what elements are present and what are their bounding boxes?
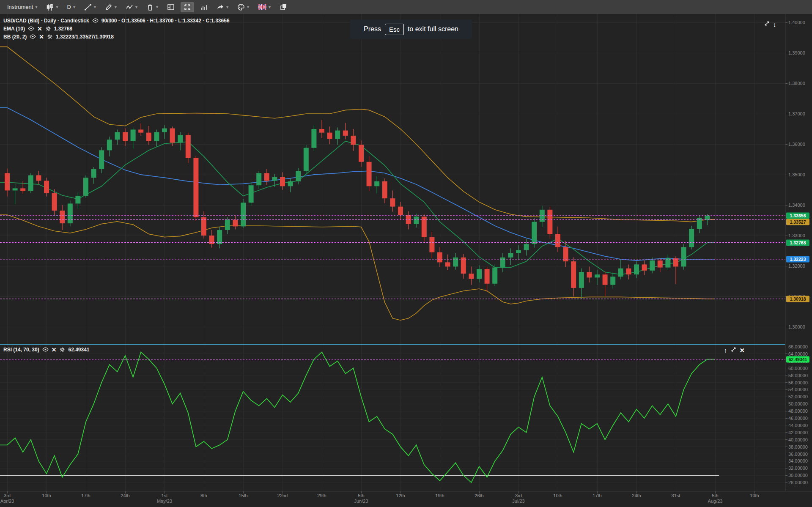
legend-instrument-title: USD/CAD (Bid) - Daily - Candlestick: [3, 18, 89, 24]
bb-lower-line: [0, 215, 715, 320]
fullscreen-toast: Press Esc to exit full screen: [350, 19, 472, 39]
time-axis-label: 19th: [435, 493, 444, 498]
move-pane-up-icon[interactable]: ↑: [724, 347, 727, 354]
instrument-selector-label: Instrument: [7, 4, 33, 10]
trendline-icon: [84, 3, 92, 11]
time-axis-label: 15th: [239, 493, 247, 498]
toast-press-text: Press: [364, 25, 381, 33]
gear-icon[interactable]: [59, 347, 65, 353]
legend-ema-value: 1.32768: [54, 26, 72, 32]
eye-icon[interactable]: [42, 346, 49, 353]
fullscreen-icon: [184, 3, 191, 11]
theme-button[interactable]: ▾: [234, 2, 252, 12]
time-axis-label: 3rd: [4, 493, 11, 498]
rsi-line: [0, 352, 715, 482]
interval-button[interactable]: D▾: [64, 2, 78, 12]
time-axis-label: 8th: [200, 493, 207, 498]
close-icon[interactable]: ✕: [37, 26, 42, 32]
chart-canvas[interactable]: [0, 14, 812, 507]
time-axis-label: 24th: [121, 493, 129, 498]
draw-tool-button[interactable]: ▾: [102, 2, 120, 12]
chart-type-button[interactable]: ▾: [43, 2, 61, 12]
time-axis-label: 10th: [750, 493, 759, 498]
rsi-axis-label: 34.00000: [788, 458, 808, 463]
price-axis-label: 1.37000: [788, 111, 805, 116]
rsi-axis-label: 48.00000: [788, 408, 808, 414]
chevron-down-icon: ▾: [94, 5, 96, 9]
rsi-axis-label: 32.00000: [788, 466, 808, 471]
time-axis-label: 1st: [162, 493, 168, 498]
price-pane-actions: ↓: [764, 20, 776, 28]
interval-button-label: D: [67, 4, 71, 10]
share-button[interactable]: ▾: [214, 2, 231, 12]
layout-grid-icon: [167, 3, 175, 11]
delete-drawings-button[interactable]: ▾: [143, 2, 161, 12]
chevron-down-icon: ▾: [156, 5, 158, 9]
instrument-selector[interactable]: Instrument▾: [4, 2, 40, 12]
expand-pane-icon[interactable]: [764, 20, 770, 28]
bb-upper-line: [0, 47, 715, 222]
price-level-badge: 1.32768: [786, 239, 809, 246]
gear-icon[interactable]: [45, 26, 51, 32]
price-level-badge: 1.30918: [786, 296, 809, 302]
legend-bb-value: 1.32223/1.33527/1.30918: [56, 34, 114, 40]
layout-button[interactable]: [164, 2, 178, 12]
chart-legend: USD/CAD (Bid) - Daily - Candlestick 90/3…: [3, 16, 230, 41]
gear-icon[interactable]: [47, 34, 53, 40]
rsi-axis-label: 54.00000: [788, 387, 808, 392]
expand-pane-icon[interactable]: [730, 346, 737, 354]
grid-lines: [0, 14, 785, 491]
pattern-tool-button[interactable]: ▾: [123, 2, 140, 12]
palette-icon: [237, 3, 245, 11]
time-axis-label: 5th: [712, 493, 718, 498]
rsi-axis-label: 52.00000: [788, 394, 808, 399]
chevron-down-icon: ▾: [135, 5, 137, 9]
eye-icon[interactable]: [92, 17, 99, 24]
chevron-down-icon: ▾: [247, 5, 249, 9]
move-pane-down-icon[interactable]: ↓: [773, 21, 776, 27]
price-level-badge: 1.33527: [786, 219, 809, 225]
price-axis-label: 1.39000: [788, 50, 805, 55]
pattern-icon: [126, 3, 133, 11]
legend-row-instrument: USD/CAD (Bid) - Daily - Candlestick 90/3…: [3, 16, 230, 25]
legend-rsi-value: 62.49341: [68, 347, 89, 353]
time-axis-label: 31st: [672, 493, 680, 498]
price-axis-label: 1.32000: [788, 263, 805, 269]
price-axis-label: 1.34000: [788, 203, 805, 208]
time-axis-label: 12th: [396, 493, 405, 498]
time-axis-label: 17th: [593, 493, 601, 498]
legend-ohlc-values: 90/300 - O:1.33506 - H:1.33700 - L:1.333…: [102, 18, 230, 24]
close-icon[interactable]: ✕: [52, 347, 57, 353]
toolbar: Instrument▾▾D▾▾▾▾▾▾▾▾: [0, 0, 812, 14]
close-icon[interactable]: ✕: [39, 34, 44, 40]
time-axis-label: 3rd: [515, 493, 522, 498]
language-button[interactable]: ▾: [255, 2, 274, 12]
indicators-button[interactable]: [197, 2, 211, 12]
time-axis-month-label: May/23: [157, 499, 172, 504]
rsi-axis-label: 28.00000: [788, 480, 808, 485]
time-axis-label: 22nd: [277, 493, 288, 498]
rsi-pane-actions: ↑ ✕: [724, 346, 745, 354]
trendline-tool-button[interactable]: ▾: [81, 2, 99, 12]
bar-chart-icon: [200, 3, 208, 11]
compare-button[interactable]: [277, 2, 290, 12]
chevron-down-icon: ▾: [73, 5, 75, 9]
ema-line: [0, 141, 715, 274]
fullscreen-button[interactable]: [181, 2, 194, 12]
time-axis-month-label: Apr/23: [0, 499, 14, 504]
eye-icon[interactable]: [28, 25, 34, 32]
close-pane-icon[interactable]: ✕: [740, 347, 745, 354]
candlestick-icon: [46, 3, 54, 11]
eye-icon[interactable]: [30, 33, 36, 40]
chevron-down-icon: ▾: [35, 5, 37, 9]
chart-region: USD/CAD (Bid) - Daily - Candlestick 90/3…: [0, 14, 812, 507]
rsi-axis-label: 60.00000: [788, 366, 808, 371]
rsi-axis-label: 64.00000: [788, 351, 808, 356]
rsi-axis-label: 66.00000: [788, 344, 808, 349]
price-level-badge: 1.33656: [786, 212, 809, 219]
chevron-down-icon: ▾: [115, 5, 117, 9]
price-axis-label: 1.30000: [788, 324, 805, 329]
time-axis-label: 26th: [475, 493, 483, 498]
rsi-axis-label: 40.00000: [788, 437, 808, 442]
pencil-icon: [105, 3, 112, 11]
